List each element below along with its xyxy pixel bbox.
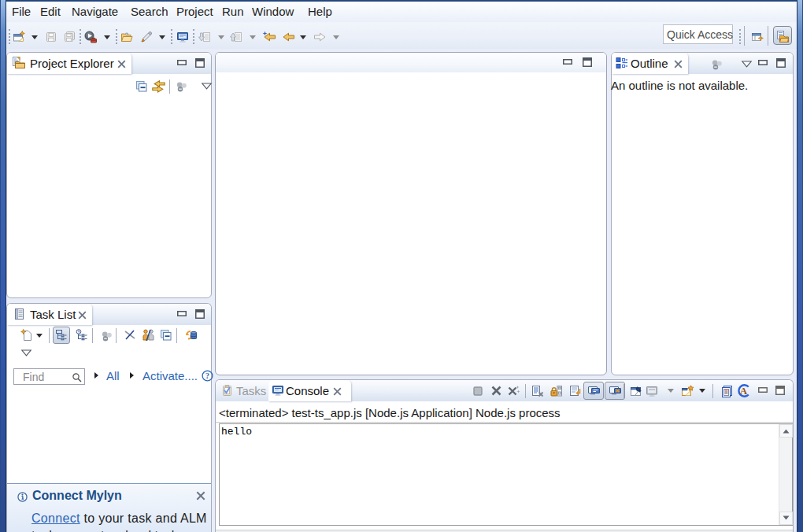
svg-text:A: A bbox=[740, 385, 748, 397]
svg-text:?: ? bbox=[205, 371, 209, 380]
